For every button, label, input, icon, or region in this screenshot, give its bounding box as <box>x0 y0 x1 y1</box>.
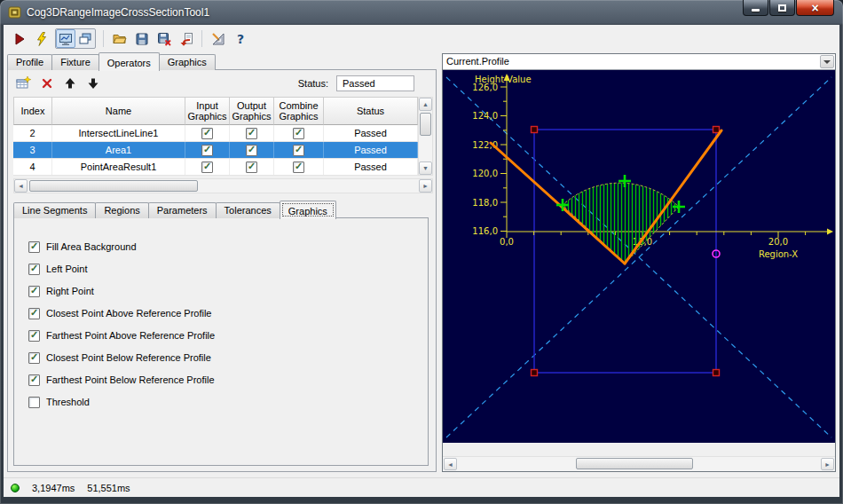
scroll-thumb[interactable] <box>576 458 693 469</box>
farthest-below-checkbox[interactable]: ✓ <box>28 374 40 386</box>
operator-row[interactable]: 3 Area1 ✓ ✓ ✓ Passed <box>13 142 418 159</box>
scroll-left-button[interactable]: ◄ <box>444 458 457 470</box>
corner-handle[interactable] <box>532 127 538 133</box>
scroll-thumb[interactable] <box>420 113 431 136</box>
corner-handle[interactable] <box>532 370 538 376</box>
profile-plot-canvas[interactable]: Height-Value 126,0 124,0 122,0 120,0 118… <box>443 70 835 458</box>
option-fill-area-background[interactable]: ✓ Fill Area Background <box>28 240 137 254</box>
tab-parameters[interactable]: Parameters <box>148 202 217 218</box>
farthest-above-checkbox[interactable]: ✓ <box>28 330 40 342</box>
display-mode-toggle[interactable] <box>56 29 75 48</box>
tab-line-segments[interactable]: Line Segments <box>13 202 96 218</box>
option-label: Closest Point Above Reference Profile <box>46 308 212 319</box>
column-header-status[interactable]: Status <box>324 97 418 125</box>
tab-operators[interactable]: Operators <box>98 52 160 71</box>
combobox-dropdown-button[interactable] <box>820 55 834 68</box>
scroll-up-button[interactable]: ▲ <box>419 98 432 111</box>
scroll-thumb[interactable] <box>29 180 198 192</box>
main-tabstrip: Profile Fixture Operators Graphics <box>7 52 215 70</box>
corner-handle[interactable] <box>713 127 720 133</box>
check-icon: ✓ <box>30 374 38 384</box>
windows-icon <box>78 32 92 46</box>
close-button[interactable]: × <box>796 0 834 16</box>
scroll-right-button[interactable]: ► <box>419 179 432 193</box>
option-threshold[interactable]: ✓ Threshold <box>28 395 90 409</box>
column-header-index[interactable]: Index <box>13 97 52 125</box>
run-button[interactable] <box>9 28 29 49</box>
closest-below-checkbox[interactable]: ✓ <box>28 352 40 364</box>
display-icon <box>59 32 73 46</box>
plot-horizontal-scrollbar[interactable]: ◄ ► <box>443 456 835 471</box>
option-closest-point-above[interactable]: ✓ Closest Point Above Reference Profile <box>28 306 212 320</box>
combine-graphics-checkbox[interactable]: ✓ <box>293 145 304 156</box>
tab-label: Graphics <box>168 57 207 67</box>
table-vertical-scrollbar[interactable]: ▲ ▼ <box>418 97 433 176</box>
output-graphics-checkbox[interactable]: ✓ <box>246 128 257 139</box>
option-label: Fill Area Background <box>46 241 137 252</box>
process-time: 3,1947ms <box>32 483 75 493</box>
corner-handle[interactable] <box>713 370 720 376</box>
closest-above-checkbox[interactable]: ✓ <box>28 308 40 319</box>
scroll-left-button[interactable]: ◄ <box>14 179 28 193</box>
output-graphics-checkbox[interactable]: ✓ <box>246 145 257 156</box>
graphics-options-page: ✓ Fill Area Background ✓ Left Point ✓ Ri… <box>13 217 429 466</box>
tab-regions[interactable]: Regions <box>95 202 148 218</box>
svg-text:?: ? <box>236 32 243 46</box>
operator-row[interactable]: 4 PointAreaResult1 ✓ ✓ ✓ Passed <box>13 159 418 176</box>
maximize-button[interactable] <box>769 0 795 16</box>
y-tick-label: 124,0 <box>472 111 498 121</box>
input-graphics-checkbox[interactable]: ✓ <box>201 128 213 139</box>
auto-run-button[interactable] <box>31 28 51 49</box>
tab-fixture[interactable]: Fixture <box>51 54 99 70</box>
column-header-combine-graphics[interactable]: Combine Graphics <box>274 97 324 125</box>
add-operator-button[interactable] <box>13 74 34 94</box>
status-label: Status: <box>298 78 334 89</box>
move-up-button[interactable] <box>59 74 80 94</box>
save-remove-icon <box>157 32 171 46</box>
tab-graphics-options[interactable]: Graphics <box>280 201 336 219</box>
column-header-output-graphics[interactable]: Output Graphics <box>230 97 274 125</box>
tab-label: Fixture <box>60 57 91 67</box>
tab-tolerances[interactable]: Tolerances <box>216 202 280 218</box>
table-horizontal-scrollbar[interactable]: ◄ ► <box>13 178 433 193</box>
import-button[interactable] <box>176 28 196 49</box>
option-farthest-point-below[interactable]: ✓ Farthest Point Below Reference Profile <box>28 373 215 387</box>
check-icon: ✓ <box>30 241 38 251</box>
profile-selector-combobox[interactable]: Current.Profile <box>443 54 835 70</box>
input-graphics-checkbox[interactable]: ✓ <box>201 161 213 173</box>
y-tick-label: 120,0 <box>472 169 498 178</box>
option-left-point[interactable]: ✓ Left Point <box>28 262 87 276</box>
check-icon: ✓ <box>30 352 38 362</box>
threshold-checkbox[interactable]: ✓ <box>28 397 40 408</box>
delete-operator-button[interactable] <box>36 74 57 94</box>
save-button[interactable] <box>131 28 152 49</box>
run-status-led <box>11 484 20 492</box>
option-farthest-point-above[interactable]: ✓ Farthest Point Above Reference Profile <box>28 328 215 343</box>
tab-profile[interactable]: Profile <box>7 54 52 70</box>
measure-button[interactable] <box>208 28 228 49</box>
operator-row[interactable]: 2 IntersectLineLine1 ✓ ✓ ✓ Passed <box>13 125 418 142</box>
combine-graphics-checkbox[interactable]: ✓ <box>293 161 304 173</box>
window-controls: × <box>742 0 834 16</box>
float-display-button[interactable] <box>75 29 95 48</box>
check-icon: ✓ <box>203 128 211 138</box>
move-down-button[interactable] <box>83 74 103 94</box>
right-point-checkbox[interactable]: ✓ <box>28 286 40 297</box>
output-graphics-checkbox[interactable]: ✓ <box>246 161 257 173</box>
option-right-point[interactable]: ✓ Right Point <box>28 284 94 298</box>
open-button[interactable] <box>109 28 130 49</box>
help-button[interactable]: ? <box>230 28 250 49</box>
combine-graphics-checkbox[interactable]: ✓ <box>293 128 304 139</box>
scroll-right-button[interactable]: ► <box>821 458 834 470</box>
left-point-checkbox[interactable]: ✓ <box>28 264 40 275</box>
tab-graphics[interactable]: Graphics <box>159 54 216 70</box>
column-header-input-graphics[interactable]: Input Graphics <box>185 97 230 125</box>
fill-area-background-checkbox[interactable]: ✓ <box>28 241 40 253</box>
toolbar-separator <box>103 30 104 47</box>
input-graphics-checkbox[interactable]: ✓ <box>201 145 213 156</box>
option-closest-point-below[interactable]: ✓ Closest Point Below Reference Profile <box>28 350 211 365</box>
save-as-button[interactable] <box>154 28 174 49</box>
column-header-name[interactable]: Name <box>52 97 185 125</box>
scroll-down-button[interactable]: ▼ <box>419 161 432 175</box>
minimize-button[interactable] <box>743 0 768 16</box>
